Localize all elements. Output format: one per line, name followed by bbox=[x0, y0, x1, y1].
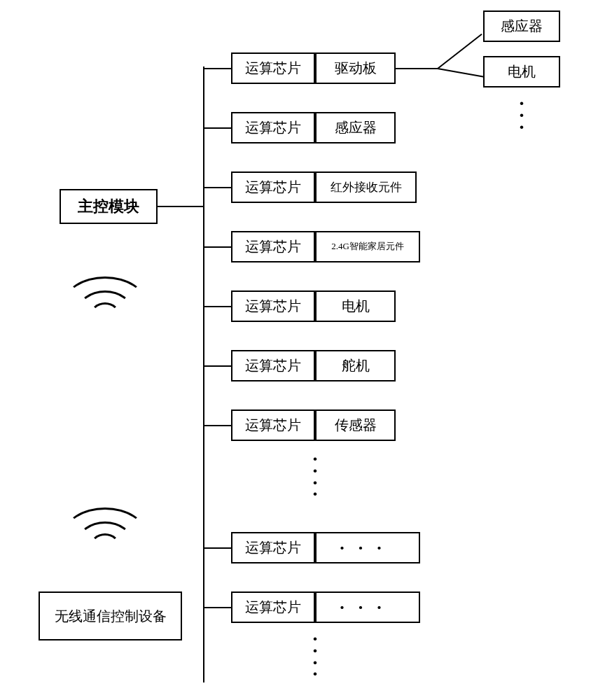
branch-line bbox=[203, 127, 231, 129]
chip-label: 运算芯片 bbox=[245, 358, 301, 374]
driver-fanout-line bbox=[396, 68, 438, 69]
chip-label: 运算芯片 bbox=[245, 239, 301, 255]
part-label: 传感器 bbox=[335, 417, 377, 433]
driver-fanout-diag-up bbox=[437, 34, 482, 69]
branch-line bbox=[203, 425, 231, 426]
wave-arc bbox=[90, 533, 120, 561]
chip-label: 运算芯片 bbox=[245, 417, 301, 433]
part-box-24g: 2.4G智能家居元件 bbox=[315, 231, 420, 262]
branch-line bbox=[203, 187, 231, 188]
branch-line bbox=[203, 246, 231, 248]
chip-box: 运算芯片 bbox=[231, 290, 315, 322]
part-label: 2.4G智能家居元件 bbox=[331, 241, 404, 252]
master-module-label: 主控模块 bbox=[78, 197, 139, 215]
chip-box: 运算芯片 bbox=[231, 231, 315, 262]
chip-box: 运算芯片 bbox=[231, 410, 315, 441]
part-box-placeholder: ··· bbox=[315, 592, 420, 623]
wireless-device-label: 无线通信控制设备 bbox=[55, 608, 167, 624]
wireless-device-box: 无线通信控制设备 bbox=[39, 592, 182, 640]
part-box-servo: 舵机 bbox=[315, 350, 396, 382]
branch-line bbox=[203, 547, 231, 549]
part-label: 感应器 bbox=[335, 120, 377, 136]
part-box-ir: 红外接收元件 bbox=[315, 172, 417, 203]
part-label: 驱动板 bbox=[335, 60, 377, 76]
chip-box: 运算芯片 bbox=[231, 52, 315, 84]
part-box-motor: 电机 bbox=[315, 290, 396, 322]
part-box-driver: 驱动板 bbox=[315, 52, 396, 84]
rtop-motor-label: 电机 bbox=[508, 64, 536, 80]
part-box-transducer: 传感器 bbox=[315, 410, 396, 441]
horizontal-ellipsis: ··· bbox=[340, 538, 396, 559]
chip-label: 运算芯片 bbox=[245, 540, 301, 556]
wave-arc bbox=[90, 302, 120, 330]
chip-label: 运算芯片 bbox=[245, 179, 301, 195]
chip-box: 运算芯片 bbox=[231, 172, 315, 203]
horizontal-ellipsis: ··· bbox=[340, 597, 396, 618]
trunk-line bbox=[203, 66, 204, 682]
part-box-sensor: 感应器 bbox=[315, 112, 396, 144]
part-label: 红外接收元件 bbox=[331, 181, 402, 195]
part-box-placeholder: ··· bbox=[315, 532, 420, 564]
rtop-sensor-label: 感应器 bbox=[501, 18, 543, 34]
part-label: 电机 bbox=[342, 298, 370, 314]
rtop-sensor-box: 感应器 bbox=[483, 10, 560, 42]
chip-box: 运算芯片 bbox=[231, 592, 315, 623]
part-label: 舵机 bbox=[342, 358, 370, 374]
vertical-ellipsis: ···· bbox=[308, 634, 322, 680]
rtop-motor-box: 电机 bbox=[483, 56, 560, 88]
chip-box: 运算芯片 bbox=[231, 350, 315, 382]
branch-line bbox=[203, 365, 231, 367]
chip-box: 运算芯片 bbox=[231, 112, 315, 144]
chip-label: 运算芯片 bbox=[245, 120, 301, 136]
chip-label: 运算芯片 bbox=[245, 298, 301, 314]
chip-label: 运算芯片 bbox=[245, 599, 301, 615]
branch-line bbox=[203, 607, 231, 608]
chip-label: 运算芯片 bbox=[245, 60, 301, 76]
master-to-trunk-line bbox=[158, 206, 203, 207]
chip-box: 运算芯片 bbox=[231, 532, 315, 564]
branch-line bbox=[203, 68, 231, 69]
vertical-ellipsis: ···· bbox=[308, 454, 322, 500]
branch-line bbox=[203, 306, 231, 307]
vertical-ellipsis: ··· bbox=[515, 98, 529, 133]
master-module-box: 主控模块 bbox=[60, 189, 158, 224]
